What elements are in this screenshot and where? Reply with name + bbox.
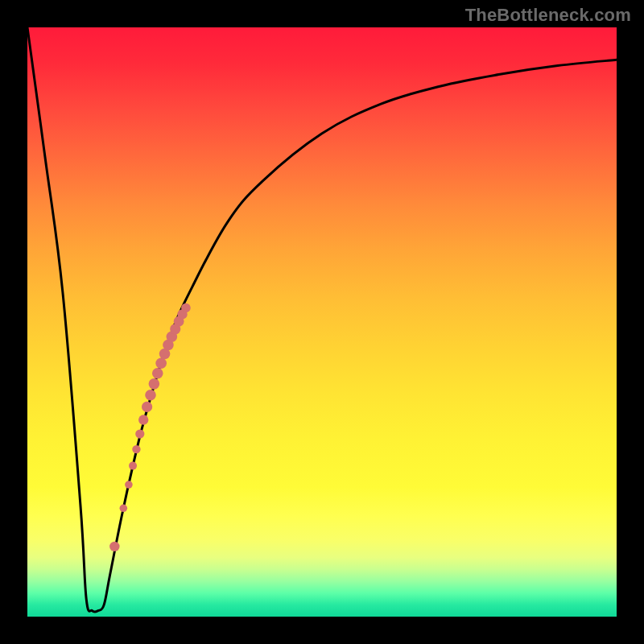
data-marker bbox=[125, 481, 133, 489]
data-marker bbox=[155, 357, 167, 369]
data-marker bbox=[145, 390, 156, 401]
watermark-text: TheBottleneck.com bbox=[465, 5, 631, 26]
data-marker bbox=[181, 303, 191, 313]
data-marker bbox=[109, 542, 119, 551]
data-marker bbox=[120, 505, 128, 513]
data-marker bbox=[152, 368, 163, 379]
chart-frame: TheBottleneck.com bbox=[0, 0, 644, 644]
data-marker bbox=[132, 445, 140, 453]
chart-svg bbox=[27, 27, 617, 617]
data-marker bbox=[142, 402, 152, 412]
plot-area bbox=[27, 27, 617, 617]
data-marker bbox=[149, 378, 160, 390]
data-marker bbox=[129, 462, 137, 470]
data-marker bbox=[138, 415, 148, 424]
data-marker bbox=[135, 429, 144, 438]
bottleneck-curve bbox=[27, 27, 617, 612]
